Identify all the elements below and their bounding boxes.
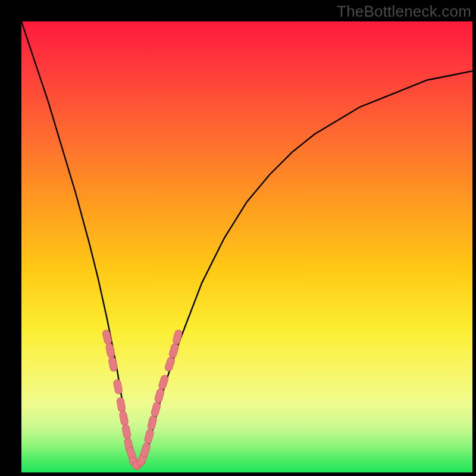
watermark-label: TheBottleneck.com (337, 2, 471, 21)
curve-marker (122, 424, 131, 440)
curve-marker (172, 329, 183, 345)
curve-marker (116, 397, 126, 412)
curve-marker (108, 356, 118, 372)
curve-marker (151, 402, 161, 417)
curve-path (21, 21, 472, 468)
plot-area (21, 21, 472, 472)
curve-marker (119, 411, 129, 426)
curve-marker (154, 388, 165, 403)
curve-marker (102, 330, 112, 345)
curve-marker (105, 343, 115, 358)
curve-marker (168, 343, 179, 358)
bottleneck-curve (21, 21, 472, 472)
marker-layer (102, 329, 183, 471)
curve-marker (147, 415, 157, 431)
curve-marker (144, 428, 154, 444)
curve-marker (164, 356, 176, 372)
curve-marker (113, 379, 123, 394)
curve-marker (158, 374, 169, 390)
curve-marker (140, 442, 151, 458)
chart-frame: TheBottleneck.com (0, 0, 476, 476)
